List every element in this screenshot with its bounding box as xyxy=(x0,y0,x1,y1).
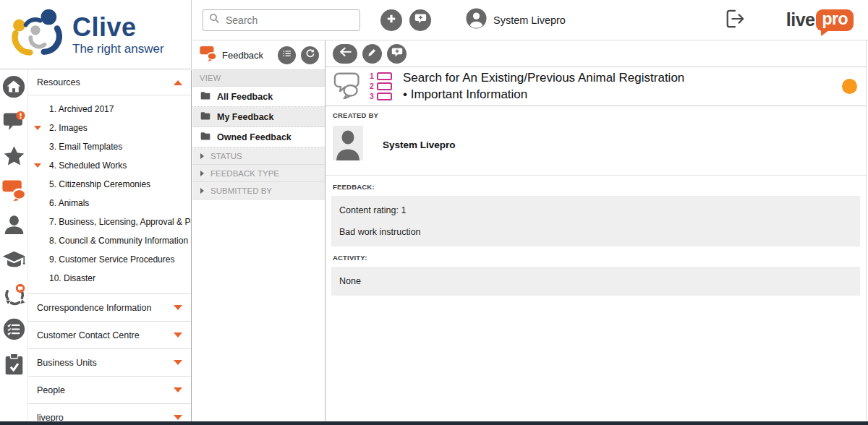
logout-button[interactable] xyxy=(724,9,746,32)
tree-item[interactable]: 7. Business, Licensing, Approval & Permi… xyxy=(28,212,191,231)
folder-icon xyxy=(200,132,210,142)
user-menu[interactable]: System Livepro xyxy=(466,8,566,32)
feedback-view-item[interactable]: Owned Feedback xyxy=(192,127,325,147)
tree-item[interactable]: 1. Archived 2017 xyxy=(28,100,191,119)
workflow-icon xyxy=(3,283,25,309)
sidebar-item-favourites[interactable] xyxy=(2,145,26,169)
feedback-filter-section[interactable]: FEEDBACK TYPE xyxy=(192,165,325,182)
sidebar-item-home[interactable] xyxy=(2,76,26,100)
feedback-view-list: All Feedback My Feedback Owned Feedback xyxy=(192,87,325,147)
avatar xyxy=(333,126,363,163)
accordion-section[interactable]: Correspondence Information xyxy=(28,294,191,322)
feedback-view-item[interactable]: My Feedback xyxy=(192,107,325,127)
tree-item[interactable]: 9. Customer Service Procedures xyxy=(28,250,191,269)
feedback-filter-list: STATUS FEEDBACK TYPE SUBMITTED BY xyxy=(192,147,325,199)
accordion-section[interactable]: People xyxy=(28,377,191,404)
feedback-view-label: Owned Feedback xyxy=(217,132,292,142)
back-arrow-icon xyxy=(339,47,352,60)
search-input[interactable] xyxy=(224,14,354,27)
list-view-button[interactable] xyxy=(278,46,296,64)
status-indicator xyxy=(842,79,857,94)
pencil-icon xyxy=(367,47,377,60)
resources-accordion-header[interactable]: Resources xyxy=(28,70,191,95)
sidebar-item-tasks[interactable] xyxy=(2,319,26,343)
accordion-label: livepro xyxy=(37,413,64,422)
chevron-down-icon xyxy=(174,332,182,338)
livepro-logo: live pro xyxy=(786,9,854,31)
chevron-right-icon xyxy=(200,153,204,159)
sidebar-item-workflow[interactable] xyxy=(2,284,26,308)
tree-item-label: 2. Images xyxy=(49,123,88,133)
feedback-panel: Feedback VIEW All Feedback xyxy=(192,40,325,421)
accordion-label: Correspondence Information xyxy=(37,303,151,313)
feedback-panel-header: Feedback xyxy=(192,40,325,69)
window-bottom-edge xyxy=(0,421,868,425)
user-avatar-icon xyxy=(466,8,487,32)
view-section-header: VIEW xyxy=(192,69,325,87)
chevron-up-icon xyxy=(174,80,182,85)
feedback-view-item[interactable]: All Feedback xyxy=(192,87,325,107)
refresh-button[interactable] xyxy=(301,46,319,64)
tree-item-label: 9. Customer Service Procedures xyxy=(49,254,174,265)
feedback-detail-panel: 1 2 3 Search for An Existing/Previous An… xyxy=(325,40,867,421)
add-feedback-button-detail[interactable] xyxy=(387,44,407,64)
livepro-logo-bubble: pro xyxy=(816,9,854,31)
created-by-label: CREATED BY xyxy=(333,111,866,119)
feedback-section-label: FEEDBACK: xyxy=(326,176,866,192)
tree-item-label: 10. Disaster xyxy=(49,273,95,283)
tree-item[interactable]: 10. Disaster xyxy=(28,269,191,288)
tree-item-label: 4. Scheduled Works xyxy=(49,160,127,171)
feedback-text-line: Content rating: 1 xyxy=(339,199,852,221)
expand-caret-icon xyxy=(34,163,41,168)
chevron-right-icon xyxy=(200,188,204,194)
icon-rail xyxy=(0,70,27,421)
feedback-filter-section[interactable]: SUBMITTED BY xyxy=(192,182,325,199)
person-icon xyxy=(4,215,25,239)
add-feedback-icon xyxy=(414,12,427,27)
tree-item[interactable]: 5. Citizenship Ceremonies xyxy=(28,175,191,194)
sidebar-item-feedback[interactable] xyxy=(2,180,26,204)
feedback-filter-label: SUBMITTED BY xyxy=(210,186,272,195)
speech-bubbles-outline-icon xyxy=(333,72,363,102)
sidebar-item-training[interactable] xyxy=(2,249,26,273)
edit-button[interactable] xyxy=(362,44,382,64)
tree-item-label: 3. Email Templates xyxy=(49,142,122,152)
sidebar-item-checklist[interactable] xyxy=(2,353,26,377)
accordion-section[interactable]: Business Units xyxy=(28,349,191,377)
article-title-card: 1 2 3 Search for An Existing/Previous An… xyxy=(326,66,866,106)
tree-item[interactable]: 6. Animals xyxy=(28,194,191,212)
resources-panel: Resources 1. Archived 2017 2. Images 3. … xyxy=(27,70,192,421)
tree-item[interactable]: 3. Email Templates xyxy=(28,137,191,156)
chevron-down-icon xyxy=(174,305,182,310)
tree-item[interactable]: 2. Images xyxy=(28,119,191,137)
clive-subtitle: The right answer xyxy=(72,43,164,55)
add-feedback-button[interactable] xyxy=(409,9,431,31)
search-box[interactable] xyxy=(203,9,360,31)
feedback-alert-icon xyxy=(3,111,25,135)
category-accordions: Correspondence Information Customer Cont… xyxy=(28,293,191,421)
tree-item[interactable]: 8. Council & Community Information & Eve… xyxy=(28,231,191,250)
clipboard-check-icon xyxy=(4,353,24,379)
graduation-cap-icon xyxy=(2,250,26,272)
sidebar-item-people[interactable] xyxy=(2,215,26,239)
clive-logo-icon xyxy=(10,8,68,61)
app-root: Clive The right answer xyxy=(0,0,868,425)
plus-icon xyxy=(386,13,397,27)
add-feedback-icon xyxy=(391,46,403,61)
feedback-filter-section[interactable]: STATUS xyxy=(192,147,325,165)
activity-content-box: None xyxy=(331,267,860,296)
accordion-section[interactable]: livepro xyxy=(28,404,191,421)
article-title: Search for An Existing/Previous Animal R… xyxy=(403,70,684,103)
back-button[interactable] xyxy=(333,44,357,64)
tree-item-label: 1. Archived 2017 xyxy=(49,104,114,114)
activity-section-label: ACTIVITY: xyxy=(326,246,866,263)
tree-item[interactable]: 4. Scheduled Works xyxy=(28,156,191,175)
feedback-bubbles-icon xyxy=(200,46,217,64)
created-by-name: System Livepro xyxy=(383,139,456,150)
add-button[interactable] xyxy=(380,9,402,31)
search-icon xyxy=(209,13,220,27)
activity-value: None xyxy=(339,270,852,292)
sidebar-item-feedback-alerts[interactable] xyxy=(2,111,26,134)
refresh-icon xyxy=(305,48,315,61)
accordion-section[interactable]: Customer Contact Centre xyxy=(28,322,191,349)
